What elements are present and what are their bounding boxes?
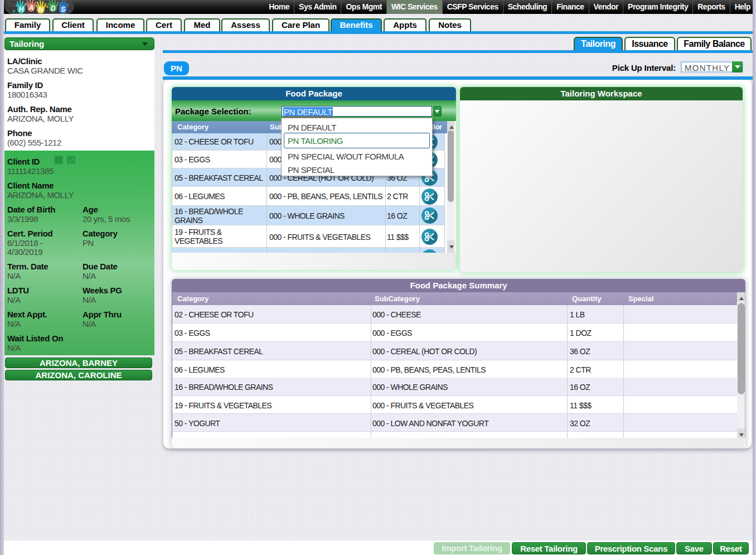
svg-text:S: S: [61, 6, 65, 13]
svg-text:N: N: [38, 6, 43, 14]
svg-text:D: D: [51, 4, 56, 12]
svg-text:A: A: [28, 4, 34, 12]
svg-text:H: H: [19, 6, 24, 13]
